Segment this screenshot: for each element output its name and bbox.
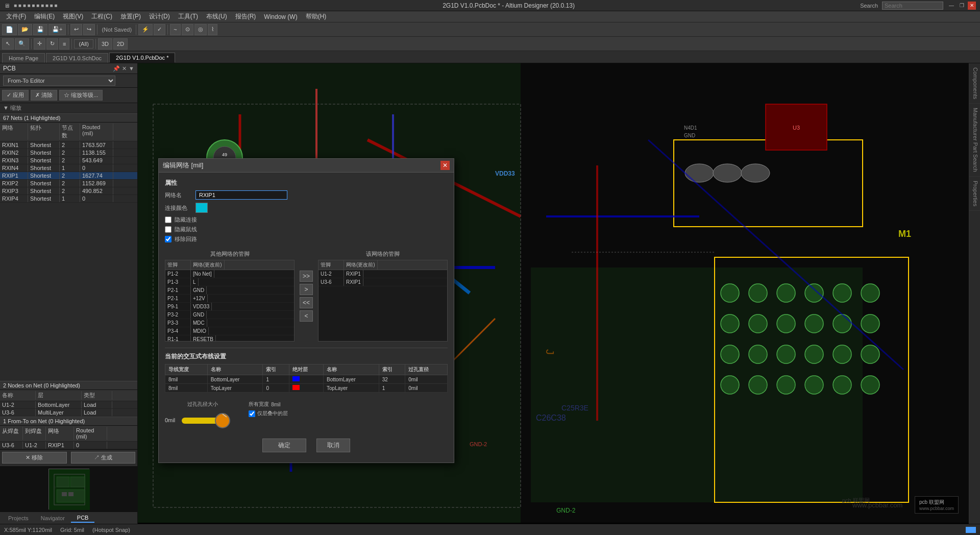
right-tab-components[interactable]: Components <box>969 63 980 104</box>
tb-compile[interactable]: ⚡ <box>138 24 153 35</box>
other-pin-row[interactable]: P1-3 L <box>165 278 294 286</box>
svg-point-57 <box>805 314 823 333</box>
layer-selector[interactable]: (All) <box>74 39 93 48</box>
tb-route[interactable]: ~ <box>170 24 180 35</box>
tab-pcb[interactable]: 2G1D V1.0.PcbDoc * <box>109 53 175 63</box>
tb-track[interactable]: ⌇ <box>208 24 217 35</box>
menu-item-view[interactable]: 视图(V) <box>59 11 87 22</box>
tb-new[interactable]: 📄 <box>2 24 17 35</box>
this-pin-row[interactable]: U1-2 RXIP1 <box>318 270 447 278</box>
node-row[interactable]: U1-2 BottomLayer Load <box>0 401 137 409</box>
search-input[interactable] <box>882 2 943 10</box>
navtab-projects[interactable]: Projects <box>2 514 35 522</box>
other-pin-row[interactable]: P2-1 GND <box>165 286 294 295</box>
menu-item-report[interactable]: 报告(R) <box>231 11 260 22</box>
tb2-2d[interactable]: 2D <box>113 38 128 50</box>
right-tab-properties[interactable]: Properties <box>969 177 980 211</box>
cancel-button[interactable]: 取消 <box>316 439 350 452</box>
all-width-val: 8mil <box>271 402 280 407</box>
menu-item-help[interactable]: 帮助(H) <box>302 11 331 22</box>
other-pin-row[interactable]: P3-4 MDIO <box>165 327 294 335</box>
menu-item-file[interactable]: 文件(F) <box>2 11 30 22</box>
hide-rats-label: 隐藏鼠线 <box>175 226 197 233</box>
net-row[interactable]: RXIP2 Shortest 2 1152.869 <box>0 180 137 187</box>
tb-redo[interactable]: ↪ <box>83 24 95 35</box>
net-row[interactable]: RXIN1 Shortest 2 1763.507 <box>0 141 137 149</box>
panel-mode-select[interactable]: From-To Editor <box>3 76 115 86</box>
this-net-list[interactable]: 管脚 网络(更改前) U1-2 RXIP1 U3-6 RXIP1 <box>318 260 448 342</box>
net-row[interactable]: RXIP4 Shortest 1 0 <box>0 195 137 203</box>
move-all-left-button[interactable]: << <box>300 297 313 308</box>
net-name-input[interactable] <box>195 190 287 200</box>
zoom-level-button[interactable]: ☆ 缩放等级... <box>59 90 103 101</box>
close-button[interactable]: ✕ <box>968 2 976 10</box>
fromto-row[interactable]: U3-6 U1-2 RXIP1 0 <box>0 442 137 449</box>
color-picker[interactable] <box>195 203 208 213</box>
net-row[interactable]: RXIP1 Shortest 2 1627.74 <box>0 172 137 180</box>
node-row[interactable]: U3-6 MultiLayer Load <box>0 409 137 417</box>
tab-sch[interactable]: 2G1D V1.0.SchDoc <box>46 53 108 63</box>
move-left-button[interactable]: < <box>300 310 313 322</box>
minimize-button[interactable]: — <box>947 2 955 10</box>
menu-item-edit[interactable]: 编辑(E) <box>30 11 59 22</box>
tb-saveall[interactable]: 💾+ <box>48 24 66 35</box>
tb-place-pad[interactable]: ⊙ <box>182 24 193 35</box>
tb-undo[interactable]: ↩ <box>70 24 82 35</box>
menu-item-route[interactable]: 布线(U) <box>202 11 231 22</box>
panel-menu-icon[interactable]: ▼ <box>129 65 134 72</box>
move-right-button[interactable]: > <box>300 284 313 295</box>
expand-row[interactable]: ▼ 缩放 <box>0 103 137 113</box>
tb2-rotate[interactable]: ↻ <box>46 38 58 50</box>
net-row[interactable]: RXIN3 Shortest 2 543.649 <box>0 157 137 164</box>
other-pin-row[interactable]: P9-1 VDD33 <box>165 303 294 311</box>
menu-item-tools[interactable]: 工具(T) <box>174 11 202 22</box>
clear-button[interactable]: ✗ 清除 <box>31 90 57 101</box>
other-nets-list[interactable]: 管脚 网络(更改前) P1-2 [No Net] P1-3 L P2-1 GND… <box>165 260 295 342</box>
tb-save[interactable]: 💾 <box>33 24 47 35</box>
navtab-navigator[interactable]: Navigator <box>35 514 71 522</box>
other-nets-panel: 其他网络的管脚 管脚 网络(更改前) P1-2 [No Net] P1-3 L … <box>165 250 295 342</box>
menu-item-design[interactable]: 设计(D) <box>145 11 174 22</box>
ok-button[interactable]: 确定 <box>262 439 306 452</box>
tb2-select[interactable]: ↖ <box>2 38 14 50</box>
tb-validate[interactable]: ✓ <box>154 24 165 35</box>
net-row[interactable]: RXIN4 Shortest 1 0 <box>0 164 137 172</box>
tb2-zoom[interactable]: 🔍 <box>15 38 29 50</box>
net-row[interactable]: RXIP3 Shortest 2 490.852 <box>0 187 137 195</box>
tb-open[interactable]: 📂 <box>18 24 32 35</box>
restore-button[interactable]: ❐ <box>958 2 966 10</box>
menu-item-project[interactable]: 工程(C) <box>87 11 116 22</box>
menu-item-place[interactable]: 放置(P) <box>116 11 145 22</box>
other-pin-row[interactable]: P3-2 GND <box>165 311 294 319</box>
panel-close-icon[interactable]: ✕ <box>122 65 127 72</box>
hide-connect-row: 隐藏连接 <box>165 216 448 224</box>
move-net-check[interactable] <box>165 236 172 242</box>
other-pin-row[interactable]: P3-3 MDC <box>165 319 294 327</box>
minimap-image[interactable] <box>48 469 89 509</box>
other-pin-row[interactable]: P2-1 +12V <box>165 295 294 303</box>
menu-item-window[interactable]: Window (W) <box>260 12 301 21</box>
modal-close-button[interactable]: ✕ <box>440 161 450 170</box>
navtab-pcb[interactable]: PCB <box>71 514 95 523</box>
tb2-move[interactable]: ✛ <box>34 38 45 50</box>
this-pin-row[interactable]: U3-6 RXIP1 <box>318 278 447 286</box>
hotspot-snap: (Hotspot Snap) <box>92 527 130 533</box>
hide-connect-check[interactable] <box>165 216 172 223</box>
tb2-3d[interactable]: 3D <box>98 38 112 50</box>
tb2-align[interactable]: ≡ <box>59 38 69 50</box>
move-all-right-button[interactable]: >> <box>300 271 313 282</box>
layer-only-check[interactable] <box>249 410 255 417</box>
right-tab-manufacturer[interactable]: Manufacturer Part Search <box>969 104 980 177</box>
panel-pin-icon[interactable]: 📌 <box>113 65 120 72</box>
tb-via[interactable]: ◎ <box>194 24 207 35</box>
net-row[interactable]: RXIN2 Shortest 2 1138.155 <box>0 149 137 157</box>
apply-button[interactable]: ✓ 应用 <box>2 90 29 101</box>
net-cell-routed: 543.649 <box>80 157 113 164</box>
tab-home[interactable]: Home Page <box>2 53 45 63</box>
remove-button[interactable]: ✕ 移除 <box>2 452 67 464</box>
nets-header: 67 Nets (1 Highlighted) <box>0 113 137 123</box>
generate-button[interactable]: ↗ 生成 <box>71 452 136 464</box>
other-pin-row[interactable]: R1-1 RESETB <box>165 335 294 342</box>
other-pin-row[interactable]: P1-2 [No Net] <box>165 270 294 278</box>
hide-rats-check[interactable] <box>165 226 172 233</box>
